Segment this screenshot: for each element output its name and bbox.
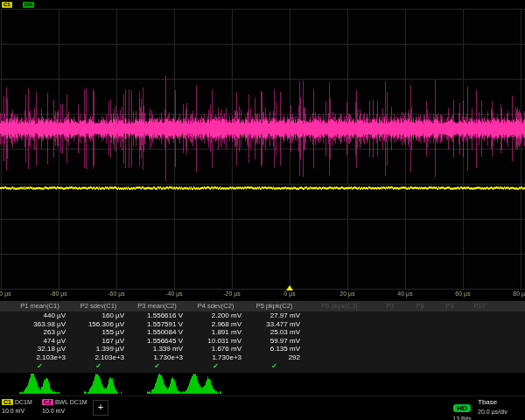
measure-value [375,312,405,320]
measure-header[interactable]: P8 [405,301,435,312]
status-chip-ok: OK [23,2,34,8]
measure-value [304,354,375,362]
hd-indicator[interactable]: HD 13 Bits [448,398,476,420]
measure-row: 32.18 µV1.399 µV1.339 mV1.676 mV6.135 mV [0,345,525,354]
c1-scale: 10.0 mV [2,408,40,414]
measure-header[interactable]: P9 [435,301,465,312]
time-tick-label: 60 µs [455,290,470,297]
c2-scale: 10.0 mV [42,408,100,414]
measure-value: 1.399 µV [69,345,128,354]
measure-value [435,345,465,354]
time-tick-label: -80 µs [50,290,67,297]
measure-value [304,337,375,346]
measure-value [435,328,465,337]
measure-value [405,354,435,362]
measure-value: 27.97 mV [245,312,304,320]
measure-row: 363.98 µV156.306 µV1.557591 V2.968 mV33.… [0,320,525,329]
measure-status-check [435,361,465,371]
measure-value: 156.306 µV [69,320,128,329]
time-tick-label: 20 µs [340,290,354,297]
measure-status-check [304,361,375,371]
measure-header[interactable]: P7 [375,301,405,312]
measure-value [465,345,494,354]
measure-status-check: ✔ [10,361,69,371]
waveform-canvas [0,9,525,290]
measure-value [375,345,405,354]
measure-body: 440 µV160 µV1.556616 V2.200 mV27.97 mV36… [0,312,525,361]
measure-value: 167 µV [69,337,128,346]
time-tick-label: 0 µs [284,290,295,297]
measure-value [304,345,375,354]
measure-header[interactable]: P10 [465,301,494,312]
measure-value [375,354,405,362]
measure-value: 263 µV [10,328,69,337]
measure-status-check: ✔ [245,361,304,371]
measure-header[interactable]: P6 pkpk(C3) [304,301,375,312]
measure-value: 440 µV [10,312,69,320]
measure-value [304,328,375,337]
measure-value [405,320,435,329]
measure-value: 2.200 mV [186,312,245,320]
c1-chip: C1 [2,399,13,405]
measure-row: 440 µV160 µV1.556616 V2.200 mV27.97 mV [0,312,525,320]
c1-coupling: DC1M [15,399,32,405]
measure-header-row: P1 mean(C1)P2 sdev(C1)P3 mean(C2)P4 sdev… [0,301,525,312]
measure-header[interactable]: P3 mean(C2) [128,301,186,312]
measure-value [435,312,465,320]
measure-value [405,312,435,320]
top-status-strip: C1 OK [0,0,525,9]
measure-value: 1.891 mV [186,328,245,337]
measure-status-check [405,361,435,371]
tbase-scale: 20.0 µs/div [478,409,525,415]
measure-value [465,337,494,346]
measure-value [375,328,405,337]
time-tick-label: 40 µs [397,290,412,297]
measure-row: 263 µV155 µV1.550084 V1.891 mV25.03 mV [0,328,525,337]
status-chip-channel: C1 [2,2,12,8]
measure-value: 1.730e+3 [186,354,245,362]
measure-value [435,354,465,362]
channel-descriptor-c1[interactable]: C1DC1M 10.0 mV [2,399,40,414]
channel-descriptor-c2[interactable]: C2BWL DC1M 10.0 mV [42,399,100,414]
measure-value: 1.557591 V [128,320,186,329]
measure-value: 2.968 mV [186,320,245,329]
measure-value: 2.103e+3 [10,354,69,362]
measure-row: 474 µV167 µV1.556645 V10.031 mV59.97 mV [0,337,525,346]
timebase-descriptor[interactable]: Tbase 20.0 µs/div [478,398,525,415]
measure-value [435,320,465,329]
time-tick-label: -40 µs [165,290,183,297]
measure-value: 1.730e+3 [128,354,186,362]
measure-header[interactable]: P2 sdev(C1) [69,301,128,312]
waveform-grid[interactable] [0,9,525,290]
measure-status-check: ✔ [186,361,245,371]
measure-status-check [375,361,405,371]
measure-value: 1.676 mV [186,345,245,354]
histicon-strip[interactable] [0,373,525,394]
measure-value [435,337,465,346]
measure-value [375,337,405,346]
measure-value [465,312,494,320]
measure-status-row: ✔✔✔✔✔ [0,361,525,371]
measure-value: 1.339 mV [128,345,186,354]
measure-value: 59.97 mV [245,337,304,346]
measure-header[interactable]: P1 mean(C1) [10,301,69,312]
c2-coupling: BWL DC1M [55,399,88,405]
measure-value: 1.556645 V [128,337,186,346]
measure-value [465,328,494,337]
measure-value: 1.550084 V [128,328,186,337]
measure-header[interactable]: P5 pkpk(C2) [245,301,304,312]
time-tick-label: 80 µs [513,290,525,297]
measure-value: 25.03 mV [245,328,304,337]
measure-status-check: ✔ [128,361,186,371]
measure-value [405,328,435,337]
add-trace-button[interactable]: + [93,400,108,416]
measure-value: 1.556616 V [128,312,186,320]
measure-value: 33.477 mV [245,320,304,329]
measure-value: 160 µV [69,312,128,320]
bottom-bar: C1DC1M 10.0 mV C2BWL DC1M 10.0 mV + HD 1… [0,396,525,420]
c2-title: C2BWL DC1M [42,399,100,405]
measure-status-check: ✔ [69,361,128,371]
hd-chip: HD [453,404,471,412]
measure-header[interactable]: P4 sdev(C2) [186,301,245,312]
measure-value: 10.031 mV [186,337,245,346]
